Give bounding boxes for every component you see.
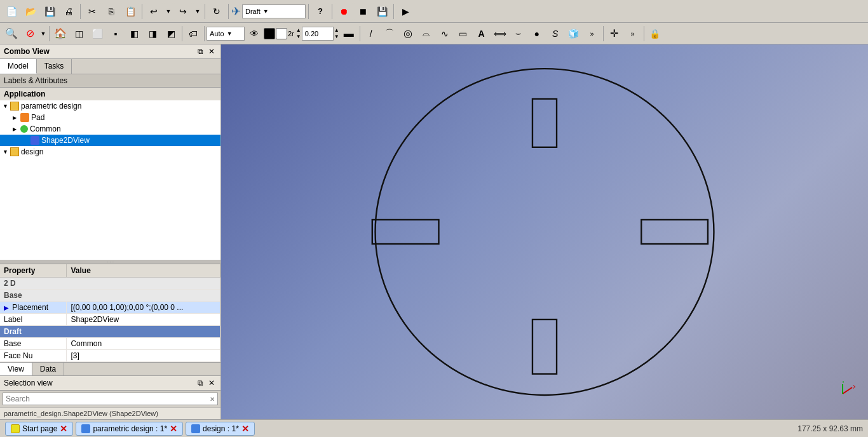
- search-clear-icon[interactable]: ✕: [210, 396, 215, 403]
- sep7: [393, 4, 394, 19]
- no-entry-arrow[interactable]: ▼: [39, 25, 47, 43]
- icon-common: [20, 125, 28, 133]
- color-white[interactable]: [276, 28, 287, 39]
- tag-button[interactable]: 🏷: [184, 25, 202, 43]
- line-style-button[interactable]: ▬: [340, 25, 358, 43]
- shapestring-tool[interactable]: S: [546, 25, 564, 43]
- linewidth-up[interactable]: ▲: [334, 27, 339, 34]
- tree-item-shape2dview[interactable]: Shape2DView: [0, 135, 220, 146]
- viewport[interactable]: X Y: [221, 44, 868, 419]
- dimension-tool[interactable]: ⟺: [491, 25, 509, 43]
- prop-row-base2[interactable]: Base Common: [0, 338, 220, 350]
- prop-row-label[interactable]: Label Shape2DView: [0, 314, 220, 326]
- move-tool[interactable]: ✛: [606, 25, 623, 43]
- redo-button[interactable]: ↪: [174, 3, 192, 20]
- bottom-view-button[interactable]: ◨: [144, 25, 161, 43]
- tree-item-common[interactable]: ▶ Common: [0, 123, 220, 135]
- paste-button[interactable]: 📋: [121, 3, 139, 20]
- tree-item-pad[interactable]: ▶ Pad: [0, 112, 220, 123]
- labels-attributes-title: Labels & Attributes: [4, 76, 67, 85]
- freecad-icon: ✈: [231, 4, 241, 18]
- new-button[interactable]: 📄: [3, 3, 20, 20]
- prop-row-2d: 2 D: [0, 278, 220, 290]
- text-tool[interactable]: A: [473, 25, 491, 43]
- svg-text:Y: Y: [841, 381, 845, 384]
- open-button[interactable]: 📂: [22, 3, 39, 20]
- rear-view-button[interactable]: ◧: [125, 25, 143, 43]
- cut-button[interactable]: ✂: [83, 3, 101, 20]
- prop-value-placement[interactable]: [(0,00 0,00 1,00);0,00 °;(0,00 0 ...: [67, 302, 220, 314]
- icon-shape2dview: [31, 136, 39, 145]
- polyline-tool[interactable]: ∿: [436, 25, 454, 43]
- print-button[interactable]: 🖨: [60, 3, 78, 20]
- help-button[interactable]: ?: [311, 3, 329, 20]
- tab-tasks[interactable]: Tasks: [37, 59, 72, 74]
- prop-value-facenu[interactable]: [3]: [67, 350, 220, 362]
- color-black[interactable]: [264, 28, 275, 39]
- parametric-design-close-icon[interactable]: ✕: [170, 424, 177, 434]
- home-view-button[interactable]: 🏠: [51, 25, 69, 43]
- parametric-design-tab[interactable]: parametric design : 1* ✕: [76, 422, 183, 436]
- panel-float-button[interactable]: ⧉: [195, 46, 205, 57]
- line-tool[interactable]: /: [362, 25, 380, 43]
- selection-float-button[interactable]: ⧉: [195, 378, 205, 388]
- linewidth-down[interactable]: ▼: [334, 34, 339, 40]
- redo-arrow[interactable]: ▼: [193, 3, 202, 20]
- part-tool[interactable]: 🧊: [565, 25, 583, 43]
- curve-tool[interactable]: ⌒: [381, 25, 398, 43]
- undo-arrow[interactable]: ▼: [164, 3, 173, 20]
- rect-tool[interactable]: ▭: [454, 25, 472, 43]
- selection-close-button[interactable]: ✕: [207, 378, 217, 388]
- prop-row-facenu[interactable]: Face Nu [3]: [0, 350, 220, 362]
- top-view-button[interactable]: ⬜: [88, 25, 106, 43]
- tree-item-parametric-design[interactable]: ▼ parametric design: [0, 100, 220, 112]
- fit-all-button[interactable]: 🔍: [3, 25, 20, 43]
- main-area: Combo View ⧉ ✕ Model Tasks Labels & Attr…: [0, 44, 868, 419]
- draw-style-label: Auto: [210, 30, 224, 37]
- prop-value-label[interactable]: Shape2DView: [67, 314, 220, 326]
- resolution-down[interactable]: ▼: [296, 34, 301, 40]
- no-entry-button[interactable]: ⊘: [21, 25, 39, 43]
- linewidth-input[interactable]: 0.20: [302, 27, 334, 41]
- sep1: [80, 4, 81, 19]
- copy-button[interactable]: ⎘: [102, 3, 120, 20]
- stop-button[interactable]: ⏹: [354, 3, 372, 20]
- search-box[interactable]: ✕: [3, 393, 218, 405]
- tab-view[interactable]: View: [0, 363, 32, 375]
- prop-value-base2[interactable]: Common: [67, 338, 220, 350]
- record-macro-button[interactable]: ⏺: [335, 3, 353, 20]
- run-macro-button[interactable]: ▶: [397, 3, 414, 20]
- design-tab[interactable]: design : 1* ✕: [186, 422, 255, 436]
- refresh-button[interactable]: ↻: [208, 3, 226, 20]
- tab-model[interactable]: Model: [0, 59, 37, 74]
- start-page-tab[interactable]: Start page ✕: [5, 422, 73, 436]
- draw-eye-button[interactable]: 👁: [245, 25, 263, 43]
- circle-tool[interactable]: ◎: [399, 25, 417, 43]
- more-tools2[interactable]: »: [624, 25, 642, 43]
- more-tools[interactable]: »: [583, 25, 601, 43]
- draw-style-dropdown[interactable]: Auto ▼: [207, 27, 245, 41]
- play-macro-button[interactable]: 💾: [373, 3, 391, 20]
- right-view-button[interactable]: ▪: [107, 25, 125, 43]
- parametric-design-tab-label: parametric design : 1*: [93, 424, 167, 433]
- search-input[interactable]: [6, 394, 210, 403]
- lock-tool[interactable]: 🔒: [646, 25, 664, 43]
- save-button[interactable]: 💾: [41, 3, 58, 20]
- fillet-tool[interactable]: ⌣: [510, 25, 527, 43]
- arc-tool[interactable]: ⌓: [417, 25, 435, 43]
- left-view-button[interactable]: ◩: [162, 25, 180, 43]
- prop-row-placement[interactable]: ▶ Placement [(0,00 0,00 1,00);0,00 °;(0,…: [0, 302, 220, 314]
- design-close-icon[interactable]: ✕: [241, 424, 249, 434]
- resolution-up[interactable]: ▲: [296, 27, 301, 34]
- undo-button[interactable]: ↩: [145, 3, 163, 20]
- tree-arrow-parametric: ▼: [3, 103, 10, 109]
- front-view-button[interactable]: ◫: [70, 25, 88, 43]
- start-page-close-icon[interactable]: ✕: [60, 424, 67, 434]
- dot-tool[interactable]: ●: [528, 25, 546, 43]
- selection-view-header: Selection view ⧉ ✕: [0, 376, 220, 391]
- tree-item-design[interactable]: ▼ design: [0, 146, 220, 158]
- workbench-dropdown[interactable]: Draft ▼: [242, 4, 306, 18]
- placement-expand-icon[interactable]: ▶: [4, 304, 9, 311]
- panel-close-button[interactable]: ✕: [207, 46, 217, 57]
- tab-data[interactable]: Data: [32, 363, 64, 375]
